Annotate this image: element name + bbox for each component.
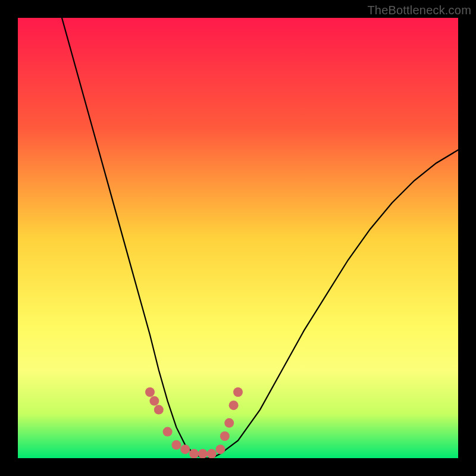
chart-frame: TheBottleneck.com — [0, 0, 476, 476]
bottleneck-curve-path — [62, 18, 458, 458]
marker-dot — [189, 449, 199, 458]
marker-dot — [224, 418, 234, 428]
marker-dot — [171, 440, 181, 450]
bottleneck-svg — [18, 18, 458, 458]
marker-dot — [163, 427, 173, 437]
marker-dot — [207, 449, 217, 458]
watermark-text: TheBottleneck.com — [367, 4, 471, 17]
marker-dot — [154, 405, 164, 415]
marker-dot — [220, 431, 230, 441]
marker-dot — [229, 400, 239, 410]
marker-dot — [198, 449, 208, 458]
marker-dot — [233, 387, 243, 397]
marker-dot — [215, 444, 225, 454]
marker-dot — [180, 444, 190, 454]
marker-dot — [149, 396, 159, 406]
marker-dot — [145, 387, 155, 397]
plot-background — [18, 18, 458, 458]
